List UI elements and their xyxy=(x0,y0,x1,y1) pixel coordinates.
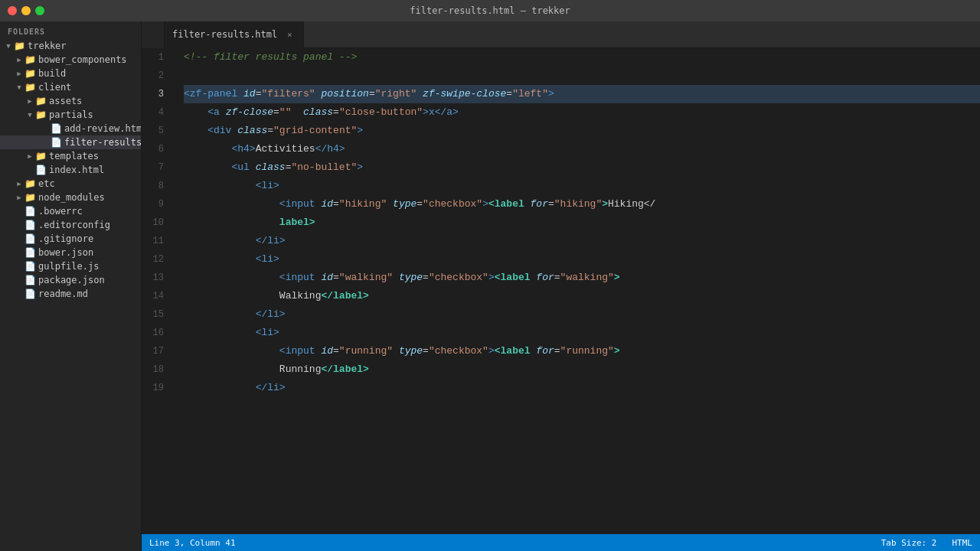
token-string: "checkbox" xyxy=(423,195,482,214)
code-line-19: </li> xyxy=(184,379,980,397)
token-string: "walking" xyxy=(560,269,614,287)
sidebar-item-index[interactable]: 📄 index.html xyxy=(0,163,141,177)
token-string: "hiking" xyxy=(339,195,387,214)
folders-header: FOLDERS xyxy=(0,21,141,39)
sidebar-item-gitignore[interactable]: 📄 .gitignore xyxy=(0,232,141,246)
sidebar-item-readme[interactable]: 📄 readme.md xyxy=(0,287,141,301)
status-bar: Line 3, Column 41 Tab Size: 2 HTML xyxy=(142,534,980,551)
token-tag: <h4> xyxy=(231,140,255,158)
file-label: bower.json xyxy=(38,247,93,258)
token-eq: = xyxy=(554,342,560,360)
token-string: "left" xyxy=(512,85,548,103)
token-string: "hiking" xyxy=(554,195,602,214)
sidebar-item-add-review[interactable]: 📄 add-review.html xyxy=(0,122,141,135)
code-line-14: Walking </label> xyxy=(184,287,980,305)
language: HTML xyxy=(952,538,973,548)
token-attr: id xyxy=(237,85,255,103)
code-line-10: label> xyxy=(184,214,980,232)
code-line-1: <!-- filter results panel --> xyxy=(184,48,980,67)
expand-arrow: ▼ xyxy=(24,111,35,119)
token-label: > xyxy=(614,342,620,360)
token-label: > xyxy=(602,195,608,214)
minimize-button[interactable] xyxy=(21,6,31,15)
token-attr: for xyxy=(531,342,554,360)
token-eq: = xyxy=(286,158,292,177)
line-num-10: 10 xyxy=(142,214,170,232)
token-string: "right" xyxy=(375,85,417,103)
line-num-16: 16 xyxy=(142,324,170,342)
token-space xyxy=(184,342,279,360)
sidebar-item-bower-components[interactable]: ▶ 📁 bower_components xyxy=(0,53,141,67)
token-string: "close-button" xyxy=(339,103,423,122)
sidebar-item-build[interactable]: ▶ 📁 build xyxy=(0,67,141,80)
sidebar-item-client[interactable]: ▼ 📁 client xyxy=(0,80,141,94)
token-tag: > xyxy=(488,269,495,287)
token-eq: = xyxy=(554,269,560,287)
sidebar-item-partials[interactable]: ▼ 📁 partials xyxy=(0,108,141,122)
token-eq: = xyxy=(423,269,429,287)
token-attr: class xyxy=(291,103,333,122)
sidebar-item-bowerrc[interactable]: 📄 .bowerrc xyxy=(0,204,141,218)
line-num-6: 6 xyxy=(142,140,170,158)
editor-container: filter-results.html × 1 2 3 4 5 6 7 8 9 … xyxy=(142,21,980,551)
expand-arrow: ▶ xyxy=(24,97,35,105)
sidebar-item-node-modules[interactable]: ▶ 📁 node_modules xyxy=(0,191,141,204)
sidebar-item-gulpfile[interactable]: 📄 gulpfile.js xyxy=(0,259,141,273)
file-label: filter-results.html xyxy=(64,137,142,148)
folder-icon: 📁 xyxy=(35,96,47,106)
editor-area[interactable]: 1 2 3 4 5 6 7 8 9 10 11 12 13 14 15 16 1… xyxy=(142,48,980,534)
folder-label: bower_components xyxy=(38,54,127,65)
line-numbers: 1 2 3 4 5 6 7 8 9 10 11 12 13 14 15 16 1… xyxy=(142,48,176,534)
file-icon: 📄 xyxy=(24,206,37,217)
token-string: "grid-content" xyxy=(273,122,357,140)
line-num-5: 5 xyxy=(142,122,170,140)
line-num-2: 2 xyxy=(142,67,170,85)
sidebar-item-trekker[interactable]: ▼ 📁 trekker xyxy=(0,39,141,53)
tab-filter-results[interactable]: filter-results.html × xyxy=(165,21,304,48)
token-attr: type xyxy=(393,269,423,287)
token-string: "filters" xyxy=(261,85,315,103)
file-icon: 📄 xyxy=(24,275,37,285)
token-tag: <input xyxy=(279,195,315,214)
file-label: gulpfile.js xyxy=(38,261,99,272)
titlebar: filter-results.html — trekker xyxy=(0,0,980,21)
folder-icon: 📁 xyxy=(24,178,37,189)
token-attr: type xyxy=(387,195,416,214)
expand-arrow: ▶ xyxy=(14,56,24,64)
tab-close-button[interactable]: × xyxy=(283,28,296,41)
token-space xyxy=(184,103,207,122)
folder-icon: 📁 xyxy=(24,82,37,93)
sidebar-item-etc[interactable]: ▶ 📁 etc xyxy=(0,177,141,191)
tab-spacer xyxy=(142,21,165,48)
sidebar-item-assets[interactable]: ▶ 📁 assets xyxy=(0,94,141,108)
folder-label: node_modules xyxy=(38,192,105,203)
sidebar-item-filter-results[interactable]: 📄 filter-results.html xyxy=(0,135,141,149)
sidebar-item-templates[interactable]: ▶ 📁 templates xyxy=(0,149,141,163)
token-tag: <div xyxy=(207,122,231,140)
sidebar-item-editorconfig[interactable]: 📄 .editorconfig xyxy=(0,218,141,232)
token-tag: <input xyxy=(279,269,315,287)
token-label: <label xyxy=(495,269,531,287)
token-space xyxy=(184,250,256,269)
folder-label: assets xyxy=(49,96,82,106)
sidebar: FOLDERS ▼ 📁 trekker ▶ 📁 bower_components… xyxy=(0,21,142,551)
file-label: package.json xyxy=(38,275,105,285)
token-space xyxy=(184,360,279,379)
close-button[interactable] xyxy=(8,6,17,15)
token-eq: = xyxy=(333,195,339,214)
code-content[interactable]: <!-- filter results panel --> <zf-panel … xyxy=(176,48,980,534)
token-space xyxy=(184,269,279,287)
code-line-6: <h4> Activities </h4> xyxy=(184,140,980,158)
code-line-15: </li> xyxy=(184,305,980,324)
folder-icon: 📁 xyxy=(24,192,37,203)
token-string: "walking" xyxy=(339,269,393,287)
sidebar-item-bower-json[interactable]: 📄 bower.json xyxy=(0,246,141,259)
token-tag: <li> xyxy=(256,324,279,342)
window-controls[interactable] xyxy=(8,6,44,15)
code-line-3: <zf-panel id="filters" position="right" … xyxy=(184,85,980,103)
token-space xyxy=(184,232,256,250)
sidebar-item-package-json[interactable]: 📄 package.json xyxy=(0,273,141,287)
maximize-button[interactable] xyxy=(35,6,44,15)
token-tag: <input xyxy=(279,342,315,360)
code-line-8: <li> xyxy=(184,177,980,195)
